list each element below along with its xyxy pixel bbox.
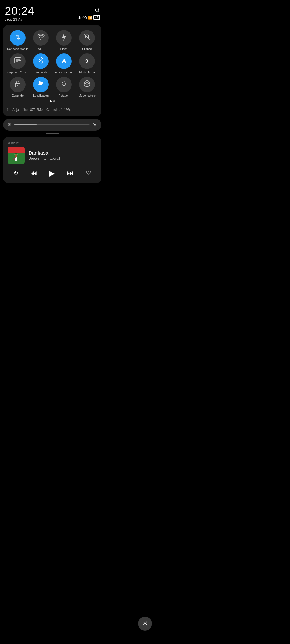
qs-wifi[interactable]: Wi-Fi <box>30 30 52 51</box>
airplane-circle: ✈ <box>79 53 95 69</box>
settings-icon[interactable]: ⚙ <box>95 7 100 14</box>
bluetooth-circle <box>33 53 49 69</box>
music-text: Dankasa Uppers International <box>28 150 60 160</box>
bluetooth-label: Bluetooth <box>35 71 47 74</box>
airplane-icon: ✈ <box>85 58 89 65</box>
status-right: ⚙ ✱ 4G 📶 47 <box>78 5 100 20</box>
reading-icon <box>84 80 90 89</box>
song-title: Dankasa <box>28 150 60 156</box>
svg-point-10 <box>86 83 88 85</box>
reading-circle <box>79 77 95 92</box>
mobile-data-label: Données Mobile <box>7 47 28 51</box>
svg-rect-0 <box>63 34 64 35</box>
svg-point-21 <box>13 158 15 160</box>
brightness-bar[interactable]: ☀ ☀ <box>3 119 102 131</box>
mobile-data-circle: ⇅ <box>10 30 26 46</box>
qs-reading[interactable]: Mode lecture <box>76 77 98 97</box>
qs-bluetooth[interactable]: Bluetooth <box>30 53 52 74</box>
qs-mobile-data[interactable]: ⇅ Données Mobile <box>7 30 28 51</box>
qs-airplane[interactable]: ✈ Mode Avion <box>76 53 98 74</box>
quick-settings-panel: ⇅ Données Mobile Wi-Fi <box>3 25 102 116</box>
bluetooth-status-icon: ✱ <box>78 16 81 20</box>
status-bar: 20:24 Jeu, 23 Avr ⚙ ✱ 4G 📶 47 <box>0 0 105 23</box>
battery-badge: 47 <box>93 15 100 20</box>
data-usage: ℹ Aujourd'hui :875,2Mo Ce mois : 1,42Go <box>7 105 98 112</box>
page-dots <box>7 100 98 102</box>
svg-point-18 <box>15 153 17 154</box>
silence-circle <box>79 30 95 46</box>
network-icon: 4G <box>82 16 87 20</box>
svg-text:AFRO-BEAT: AFRO-BEAT <box>9 149 20 151</box>
prev-button[interactable]: ⏮ <box>28 168 39 178</box>
location-icon <box>37 80 44 89</box>
brightness-low-icon: ☀ <box>8 122 11 127</box>
auto-bright-icon: A <box>61 57 66 65</box>
today-usage: Aujourd'hui :875,2Mo <box>12 108 43 112</box>
airplane-label: Mode Avion <box>79 71 95 74</box>
svg-text:Airways: Airways <box>9 151 14 153</box>
wifi-icon <box>37 34 45 42</box>
screenshot-icon <box>14 57 21 65</box>
qs-auto-bright[interactable]: A Luminosité auto <box>53 53 75 74</box>
rotation-circle <box>56 77 72 92</box>
reading-label: Mode lecture <box>78 94 96 97</box>
wifi-circle <box>33 30 49 46</box>
qs-flash[interactable]: Flash <box>53 30 75 51</box>
location-circle <box>33 77 49 92</box>
flash-label: Flash <box>60 47 68 51</box>
status-icons: ✱ 4G 📶 47 <box>78 15 100 20</box>
heart-button[interactable]: ♡ <box>84 169 93 178</box>
screenshot-circle <box>10 53 26 69</box>
auto-bright-circle: A <box>56 53 72 69</box>
drag-handle[interactable] <box>46 133 59 134</box>
quick-settings-grid: ⇅ Données Mobile Wi-Fi <box>7 30 98 98</box>
qs-screenshot[interactable]: Capture d'écran <box>7 53 28 74</box>
rotation-label: Rotation <box>59 94 70 97</box>
music-controls: ↻ ⏮ ▶ ⏭ ♡ <box>8 168 97 179</box>
dot-2 <box>53 100 55 102</box>
qs-location[interactable]: Localisation <box>30 77 52 97</box>
auto-bright-label: Luminosité auto <box>53 71 74 74</box>
lock-screen-icon <box>15 80 21 89</box>
qs-silence[interactable]: Silence <box>76 30 98 51</box>
qs-rotation[interactable]: Rotation <box>53 77 75 97</box>
flash-icon <box>61 33 66 42</box>
month-usage: Ce mois : 1,42Go <box>46 108 71 112</box>
play-button[interactable]: ▶ <box>47 168 57 179</box>
screenshot-label: Capture d'écran <box>7 71 28 74</box>
bell-icon <box>84 34 90 42</box>
next-button[interactable]: ⏭ <box>65 168 76 178</box>
qs-lock-screen[interactable]: Écran de <box>7 77 28 97</box>
data-mobile-icon: ⇅ <box>15 34 20 41</box>
brightness-track[interactable] <box>14 124 90 125</box>
svg-point-7 <box>17 85 18 86</box>
flash-circle <box>56 30 72 46</box>
wifi-label: Wi-Fi <box>37 47 44 51</box>
signal-icon: 📶 <box>88 16 92 20</box>
lock-screen-label: Écran de <box>12 94 24 97</box>
svg-point-8 <box>65 83 66 84</box>
svg-point-19 <box>15 154 17 157</box>
album-art-image: AFRO-BEAT Airways <box>8 147 25 164</box>
svg-rect-13 <box>8 147 25 153</box>
date: Jeu, 23 Avr <box>5 17 34 21</box>
status-left: 20:24 Jeu, 23 Avr <box>5 5 34 21</box>
album-art: AFRO-BEAT Airways <box>8 147 25 164</box>
music-category: Musique <box>8 141 97 145</box>
brightness-fill <box>14 124 37 125</box>
info-icon: ℹ <box>7 107 9 112</box>
silence-label: Silence <box>82 47 92 51</box>
dot-1 <box>50 100 52 102</box>
repeat-button[interactable]: ↻ <box>11 169 20 178</box>
location-label: Localisation <box>33 94 49 97</box>
lock-screen-circle <box>10 77 26 92</box>
music-info: AFRO-BEAT Airways Dankasa Uppers Interna… <box>8 147 97 164</box>
music-card: Musique AFRO-BEAT Airways <box>3 137 102 183</box>
rotation-icon <box>60 80 67 89</box>
bluetooth-icon <box>38 57 43 66</box>
brightness-high-icon: ☀ <box>92 122 97 128</box>
artist-name: Uppers International <box>28 156 60 160</box>
clock: 20:24 <box>5 5 34 17</box>
